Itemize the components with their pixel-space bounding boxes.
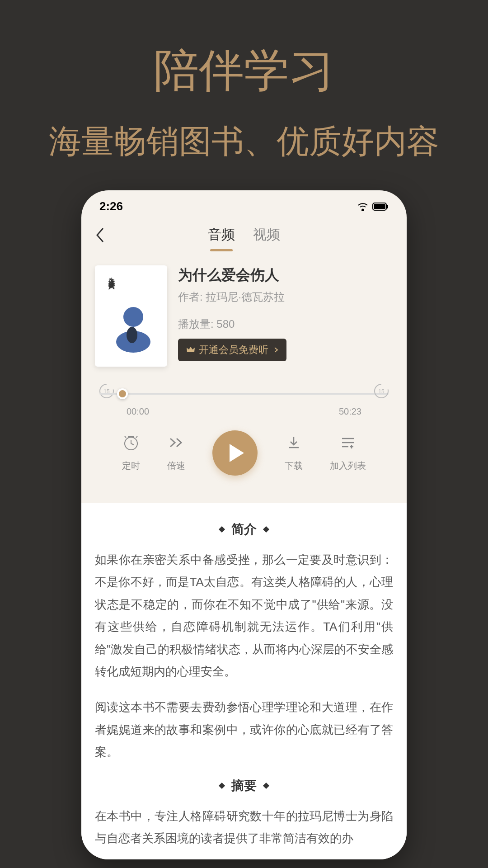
timer-button[interactable]: 定时 [122,434,140,472]
download-label: 下载 [285,460,303,472]
play-button[interactable] [212,430,258,476]
cover-figure-icon [113,303,154,353]
book-section: 为什么爱会伤人 为什么爱会伤人 作者: 拉玛尼·德瓦苏拉 播放量: 580 开 [81,256,407,376]
promo-subtitle: 海量畅销图书、优质好内容 [0,120,488,163]
download-icon [285,434,302,455]
total-time: 50:23 [339,406,361,417]
download-button[interactable]: 下载 [285,434,303,472]
intro-title: 简介 [231,521,257,538]
speed-icon [168,434,185,455]
speed-button[interactable]: 倍速 [167,434,185,472]
timer-label: 定时 [122,460,140,472]
player-controls: 定时 倍速 下载 加入列表 [99,417,389,489]
intro-paragraph-1: 如果你在亲密关系中备感受挫，那么一定要及时意识到：不是你不好，而是TA太自恋。有… [95,549,393,683]
speed-label: 倍速 [167,460,185,472]
current-time: 00:00 [127,406,149,417]
diamond-icon [219,526,225,533]
status-bar: 2:26 [81,190,407,218]
skip-forward-icon: 15 [373,382,390,400]
nav-bar: 音频 视频 [81,218,407,256]
tabs: 音频 视频 [208,226,280,249]
diamond-icon [263,526,269,533]
back-button[interactable] [95,227,105,247]
playlist-label: 加入列表 [330,460,366,472]
crown-icon [186,345,195,355]
progress-track[interactable] [99,393,389,395]
svg-text:15: 15 [378,388,385,395]
skip-back-button[interactable]: 15 [98,382,116,400]
tab-video[interactable]: 视频 [253,226,280,249]
book-cover[interactable]: 为什么爱会伤人 [95,265,167,367]
intro-paragraph-2: 阅读这本书不需要去费劲参悟心理学理论和大道理，在作者娓娓道来的故事和案例中，或许… [95,696,393,763]
wifi-icon [357,202,369,211]
abstract-header: 摘要 [95,777,393,794]
cover-title: 为什么爱会伤人 [108,273,116,279]
player-section: 15 15 00:00 50:23 定时 [81,376,407,503]
abstract-title: 摘要 [231,777,257,794]
abstract-paragraph-1: 在本书中，专注人格障碍研究数十年的拉玛尼博士为身陷与自恋者关系困境的读者提供了非… [95,805,393,850]
diamond-icon [263,782,269,788]
chevron-right-icon [274,344,278,356]
author-name: 拉玛尼·德瓦苏拉 [206,291,285,303]
svg-point-5 [123,307,143,327]
svg-rect-2 [374,204,385,209]
clock-icon [122,434,140,455]
book-info: 为什么爱会伤人 作者: 拉玛尼·德瓦苏拉 播放量: 580 开通会员免费听 [178,265,393,367]
svg-point-0 [362,208,364,211]
svg-point-6 [127,327,137,343]
plays-label: 播放量: [178,318,214,330]
status-icons [357,202,389,211]
content-section: 简介 如果你在亲密关系中备感受挫，那么一定要及时意识到：不是你不好，而是TA太自… [81,503,407,859]
book-author: 作者: 拉玛尼·德瓦苏拉 [178,290,393,304]
playlist-button[interactable]: 加入列表 [330,434,366,472]
tab-audio[interactable]: 音频 [208,226,235,249]
skip-back-icon: 15 [98,382,115,400]
play-icon [230,444,244,462]
battery-icon [372,203,389,211]
skip-forward-button[interactable]: 15 [372,382,390,400]
intro-header: 简介 [95,521,393,538]
book-plays: 播放量: 580 [178,317,393,331]
progress-bar[interactable]: 15 15 [99,385,389,403]
vip-text: 开通会员免费听 [199,343,268,357]
status-time: 2:26 [99,199,123,213]
phone-frame: 2:26 音频 视频 为什么爱会伤人 为什么爱会伤人 作者: 拉 [81,190,407,859]
book-title: 为什么爱会伤人 [178,265,393,285]
plays-count: 580 [216,318,235,330]
time-labels: 00:00 50:23 [99,406,389,417]
vip-badge[interactable]: 开通会员免费听 [178,339,286,361]
chevron-left-icon [95,227,105,243]
promo-title: 陪伴学习 [0,41,488,102]
diamond-icon [219,782,225,788]
author-label: 作者: [178,291,203,303]
svg-rect-3 [387,205,388,208]
playlist-icon [339,434,357,455]
progress-handle[interactable] [117,388,128,399]
